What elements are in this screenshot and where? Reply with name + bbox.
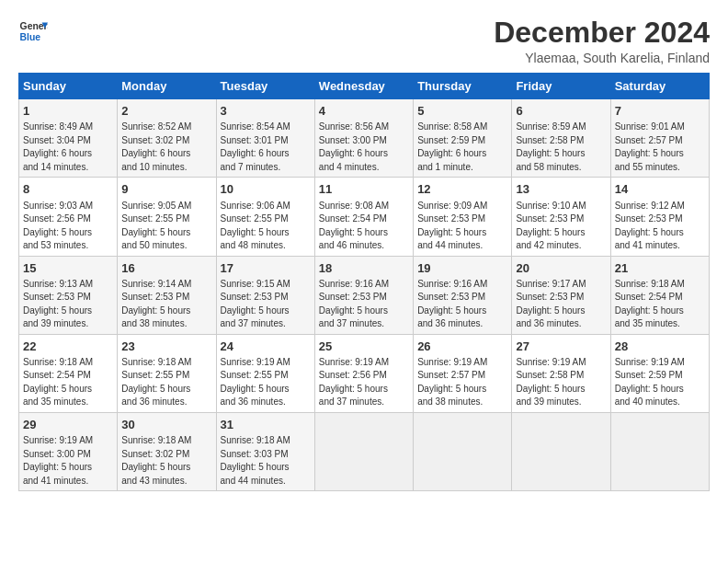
calendar-week-row: 29Sunrise: 9:19 AMSunset: 3:00 PMDayligh… [19, 412, 710, 490]
day-number: 17 [221, 260, 311, 277]
day-info: Sunrise: 9:12 AMSunset: 2:53 PMDaylight:… [615, 200, 705, 253]
page: General Blue December 2024 Ylaemaa, Sout… [0, 0, 728, 563]
calendar-cell: 17Sunrise: 9:15 AMSunset: 2:53 PMDayligh… [216, 256, 314, 334]
calendar-cell: 19Sunrise: 9:16 AMSunset: 2:53 PMDayligh… [414, 256, 512, 334]
calendar-week-row: 22Sunrise: 9:18 AMSunset: 2:54 PMDayligh… [19, 334, 710, 412]
day-info: Sunrise: 9:06 AMSunset: 2:55 PMDaylight:… [221, 200, 311, 253]
day-info: Sunrise: 9:09 AMSunset: 2:53 PMDaylight:… [417, 200, 507, 253]
calendar-cell: 8Sunrise: 9:03 AMSunset: 2:56 PMDaylight… [19, 178, 118, 256]
day-number: 10 [221, 181, 311, 198]
day-number: 30 [121, 417, 211, 433]
day-info: Sunrise: 9:16 AMSunset: 2:53 PMDaylight:… [319, 278, 409, 331]
calendar-cell [610, 412, 709, 490]
day-info: Sunrise: 9:13 AMSunset: 2:53 PMDaylight:… [23, 278, 113, 331]
calendar-cell: 30Sunrise: 9:18 AMSunset: 3:02 PMDayligh… [118, 412, 216, 490]
calendar-cell: 5Sunrise: 8:58 AMSunset: 2:59 PMDaylight… [414, 99, 512, 178]
day-number: 29 [23, 417, 113, 433]
day-info: Sunrise: 9:18 AMSunset: 2:54 PMDaylight:… [615, 278, 705, 331]
day-info: Sunrise: 9:19 AMSunset: 2:55 PMDaylight:… [221, 356, 311, 409]
calendar-cell: 10Sunrise: 9:06 AMSunset: 2:55 PMDayligh… [216, 178, 314, 256]
calendar-cell: 22Sunrise: 9:18 AMSunset: 2:54 PMDayligh… [19, 334, 118, 412]
calendar-cell: 11Sunrise: 9:08 AMSunset: 2:54 PMDayligh… [314, 178, 413, 256]
day-info: Sunrise: 9:03 AMSunset: 2:56 PMDaylight:… [23, 200, 113, 253]
day-number: 16 [121, 260, 211, 277]
day-number: 6 [516, 103, 606, 120]
calendar-week-row: 1Sunrise: 8:49 AMSunset: 3:04 PMDaylight… [19, 99, 710, 178]
calendar-cell: 18Sunrise: 9:16 AMSunset: 2:53 PMDayligh… [314, 256, 413, 334]
day-number: 19 [417, 260, 507, 277]
calendar-week-row: 15Sunrise: 9:13 AMSunset: 2:53 PMDayligh… [19, 256, 710, 334]
day-number: 26 [417, 339, 507, 355]
calendar-cell: 29Sunrise: 9:19 AMSunset: 3:00 PMDayligh… [19, 412, 118, 490]
day-info: Sunrise: 9:19 AMSunset: 2:59 PMDaylight:… [615, 356, 705, 409]
day-info: Sunrise: 9:05 AMSunset: 2:55 PMDaylight:… [121, 200, 211, 253]
day-info: Sunrise: 9:18 AMSunset: 2:55 PMDaylight:… [121, 356, 211, 409]
day-number: 28 [615, 339, 705, 355]
day-info: Sunrise: 9:16 AMSunset: 2:53 PMDaylight:… [417, 278, 507, 331]
subtitle: Ylaemaa, South Karelia, Finland [494, 51, 710, 65]
day-info: Sunrise: 9:17 AMSunset: 2:53 PMDaylight:… [516, 278, 606, 331]
day-number: 27 [516, 339, 606, 355]
day-number: 3 [221, 103, 311, 120]
main-title: December 2024 [494, 17, 710, 49]
day-number: 14 [615, 181, 705, 198]
day-number: 13 [516, 181, 606, 198]
calendar-col-header: Saturday [610, 74, 709, 99]
calendar-cell: 7Sunrise: 9:01 AMSunset: 2:57 PMDaylight… [610, 99, 709, 178]
day-number: 18 [319, 260, 409, 277]
day-info: Sunrise: 8:52 AMSunset: 3:02 PMDaylight:… [121, 121, 211, 174]
calendar-cell: 4Sunrise: 8:56 AMSunset: 3:00 PMDaylight… [314, 99, 413, 178]
calendar-cell: 31Sunrise: 9:18 AMSunset: 3:03 PMDayligh… [216, 412, 314, 490]
day-info: Sunrise: 9:01 AMSunset: 2:57 PMDaylight:… [615, 121, 705, 174]
calendar-header-row: SundayMondayTuesdayWednesdayThursdayFrid… [19, 74, 710, 99]
day-number: 22 [23, 339, 113, 355]
calendar-cell: 9Sunrise: 9:05 AMSunset: 2:55 PMDaylight… [118, 178, 216, 256]
calendar-col-header: Friday [512, 74, 610, 99]
day-info: Sunrise: 9:18 AMSunset: 3:03 PMDaylight:… [221, 434, 311, 488]
day-info: Sunrise: 9:18 AMSunset: 2:54 PMDaylight:… [23, 356, 113, 409]
day-info: Sunrise: 8:59 AMSunset: 2:58 PMDaylight:… [516, 121, 606, 174]
day-info: Sunrise: 9:15 AMSunset: 2:53 PMDaylight:… [221, 278, 311, 331]
calendar-cell: 15Sunrise: 9:13 AMSunset: 2:53 PMDayligh… [19, 256, 118, 334]
day-number: 15 [23, 260, 113, 277]
day-info: Sunrise: 9:08 AMSunset: 2:54 PMDaylight:… [319, 200, 409, 253]
calendar-cell: 3Sunrise: 8:54 AMSunset: 3:01 PMDaylight… [216, 99, 314, 178]
day-number: 5 [417, 103, 507, 120]
day-info: Sunrise: 9:14 AMSunset: 2:53 PMDaylight:… [121, 278, 211, 331]
calendar-body: 1Sunrise: 8:49 AMSunset: 3:04 PMDaylight… [19, 99, 710, 491]
calendar-col-header: Sunday [19, 74, 118, 99]
calendar-cell: 20Sunrise: 9:17 AMSunset: 2:53 PMDayligh… [512, 256, 610, 334]
calendar-week-row: 8Sunrise: 9:03 AMSunset: 2:56 PMDaylight… [19, 178, 710, 256]
calendar-cell: 12Sunrise: 9:09 AMSunset: 2:53 PMDayligh… [414, 178, 512, 256]
day-info: Sunrise: 9:19 AMSunset: 3:00 PMDaylight:… [23, 434, 113, 488]
calendar-col-header: Tuesday [216, 74, 314, 99]
calendar-table: SundayMondayTuesdayWednesdayThursdayFrid… [18, 73, 710, 491]
logo: General Blue [18, 17, 48, 46]
day-number: 7 [615, 103, 705, 120]
calendar-cell [414, 412, 512, 490]
day-number: 31 [221, 417, 311, 433]
day-number: 2 [121, 103, 211, 120]
day-info: Sunrise: 9:10 AMSunset: 2:53 PMDaylight:… [516, 200, 606, 253]
header: General Blue December 2024 Ylaemaa, Sout… [18, 17, 710, 65]
day-info: Sunrise: 9:18 AMSunset: 3:02 PMDaylight:… [121, 434, 211, 488]
logo-icon: General Blue [18, 17, 48, 46]
day-number: 24 [221, 339, 311, 355]
day-number: 21 [615, 260, 705, 277]
calendar-cell: 23Sunrise: 9:18 AMSunset: 2:55 PMDayligh… [118, 334, 216, 412]
day-number: 4 [319, 103, 409, 120]
day-info: Sunrise: 9:19 AMSunset: 2:58 PMDaylight:… [516, 356, 606, 409]
calendar-cell: 6Sunrise: 8:59 AMSunset: 2:58 PMDaylight… [512, 99, 610, 178]
title-block: December 2024 Ylaemaa, South Karelia, Fi… [494, 17, 710, 65]
day-number: 12 [417, 181, 507, 198]
day-info: Sunrise: 8:58 AMSunset: 2:59 PMDaylight:… [417, 121, 507, 174]
day-number: 23 [121, 339, 211, 355]
day-number: 8 [23, 181, 113, 198]
calendar-cell: 14Sunrise: 9:12 AMSunset: 2:53 PMDayligh… [610, 178, 709, 256]
day-info: Sunrise: 8:54 AMSunset: 3:01 PMDaylight:… [221, 121, 311, 174]
calendar-cell: 2Sunrise: 8:52 AMSunset: 3:02 PMDaylight… [118, 99, 216, 178]
day-number: 20 [516, 260, 606, 277]
day-number: 11 [319, 181, 409, 198]
day-number: 25 [319, 339, 409, 355]
calendar-cell: 28Sunrise: 9:19 AMSunset: 2:59 PMDayligh… [610, 334, 709, 412]
